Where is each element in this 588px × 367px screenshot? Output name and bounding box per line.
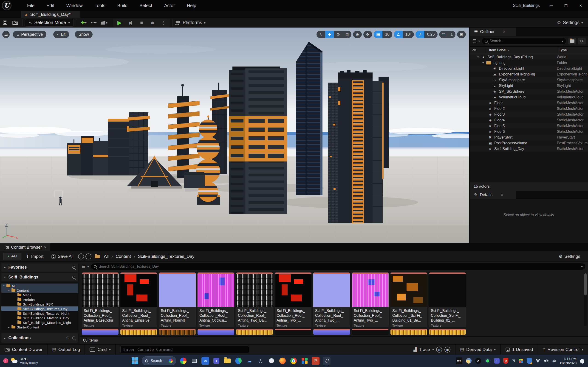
close-icon[interactable]: × bbox=[503, 29, 505, 34]
tree-item-startercontent[interactable]: ▸StarterContent bbox=[1, 325, 78, 329]
sync-devices-icon[interactable]: ⇄ bbox=[552, 358, 556, 363]
tree-item-maps[interactable]: Maps bbox=[1, 293, 78, 297]
tree-item-content[interactable]: ▾Content bbox=[1, 288, 78, 293]
asset-tile[interactable]: Sci-Fi_Buildings_ Collection_Roof_ Antin… bbox=[159, 273, 196, 327]
favorites-section[interactable]: ▸ Favorites bbox=[1, 263, 78, 272]
scrollbar-thumb[interactable] bbox=[584, 273, 587, 295]
asset-tile[interactable]: Sci-Fi_Buildings_ Collection_Roof_ Antin… bbox=[313, 273, 350, 327]
console-command-input[interactable] bbox=[120, 346, 249, 353]
asset-tile-partial[interactable] bbox=[120, 329, 157, 335]
asset-tile-partial[interactable] bbox=[352, 329, 389, 335]
asset-search[interactable]: ▾ bbox=[91, 263, 586, 270]
office-icon[interactable] bbox=[301, 357, 309, 365]
tree-item-materials-day[interactable]: Scifi_Buildings_Materials_Day bbox=[1, 316, 78, 320]
asset-search-input[interactable] bbox=[99, 265, 579, 269]
white-app-icon[interactable] bbox=[268, 357, 275, 365]
tree-item-textures-day[interactable]: Scifi-Buildings_Textures_Day bbox=[1, 307, 78, 311]
taskbar-search[interactable]: Search bbox=[142, 357, 176, 365]
filter-icon[interactable]: ☰ bbox=[82, 264, 86, 269]
green-orb-icon[interactable] bbox=[485, 358, 490, 364]
level-tab[interactable]: ▲ Scifi_Buildings_Day* bbox=[21, 11, 80, 18]
notes-icon[interactable] bbox=[519, 359, 523, 363]
asset-tile[interactable]: Sci-Fi_Buildings_ Collection_Roof_ Antin… bbox=[275, 273, 311, 327]
hidden-icons-chevron[interactable]: ◥ bbox=[512, 358, 515, 363]
maps-icon[interactable]: ◎ bbox=[257, 357, 264, 365]
scale-snap-toggle[interactable]: ↗ bbox=[415, 31, 424, 38]
revision-control-dropdown[interactable]: ᛘ Revision Control ▾ bbox=[538, 344, 588, 355]
close-icon[interactable]: × bbox=[44, 245, 47, 250]
volume-icon[interactable] bbox=[544, 359, 549, 363]
outliner-search-input[interactable] bbox=[489, 39, 560, 43]
add-collection-icon[interactable]: ⊕ bbox=[66, 335, 69, 340]
visibility-icon[interactable] bbox=[473, 49, 476, 51]
asset-tile[interactable]: Sci-Fi_Buildings_ Collection_Roof_ Antin… bbox=[236, 273, 273, 327]
firefox-icon[interactable] bbox=[279, 357, 286, 365]
weather-widget[interactable]: 1 31°C Mostly cloudy bbox=[0, 357, 69, 365]
camera-speed-value[interactable]: 1 bbox=[448, 31, 456, 38]
menu-help[interactable]: Help bbox=[182, 2, 201, 10]
column-item-label[interactable]: Item Label ▴ bbox=[486, 47, 557, 54]
tree-item-textures-night[interactable]: Scifi-Buildings_Textures_Night bbox=[1, 311, 78, 316]
menu-select[interactable]: Select bbox=[134, 2, 157, 10]
copilot-icon[interactable] bbox=[179, 357, 187, 365]
back-button[interactable]: ← bbox=[78, 253, 84, 259]
filter-icon[interactable]: ☰ bbox=[473, 39, 476, 44]
task-view-icon[interactable] bbox=[190, 357, 198, 365]
teams-icon[interactable]: T bbox=[212, 357, 220, 365]
save-all-button[interactable]: Save All bbox=[48, 253, 77, 260]
menu-tools[interactable]: Tools bbox=[90, 2, 111, 10]
security-shield-icon[interactable] bbox=[527, 358, 532, 364]
tree-item-all[interactable]: ▾All bbox=[1, 284, 78, 288]
add-button[interactable]: + Add bbox=[3, 253, 21, 260]
select-tool-button[interactable]: ↖ bbox=[317, 31, 325, 38]
outliner-row[interactable]: ◈FloorStaticMeshActor bbox=[470, 100, 588, 106]
menu-actor[interactable]: Actor bbox=[159, 2, 180, 10]
chevron-down-icon[interactable]: ▾ bbox=[581, 265, 583, 268]
tab-content-browser[interactable]: Content Browser × bbox=[0, 243, 50, 251]
scale-snap-value[interactable]: 0.25 bbox=[424, 31, 437, 38]
stop-button[interactable]: ■ bbox=[137, 19, 147, 27]
breadcrumb-content[interactable]: Content bbox=[114, 254, 132, 259]
viewport-lit-dropdown[interactable]: ◐ Lit bbox=[53, 31, 69, 38]
rotate-tool-button[interactable]: ⟳ bbox=[334, 31, 343, 38]
grid-snap-toggle[interactable]: ▦ bbox=[374, 31, 382, 38]
viewport-perspective-dropdown[interactable]: ⬙ Perspective bbox=[13, 31, 46, 38]
outliner-row[interactable]: ☼SkyAtmosphereSkyAtmosphere bbox=[470, 77, 588, 83]
viewport-options-menu[interactable]: ☰ bbox=[2, 31, 10, 38]
onedrive-icon[interactable]: ☁ bbox=[246, 357, 253, 365]
outliner-row[interactable]: ◈Floor3StaticMeshActor bbox=[470, 111, 588, 117]
output-log-button[interactable]: ▤ Output Log bbox=[48, 344, 85, 355]
outliner-row[interactable]: ☁ExponentialHeightFogExponentialHeightFo… bbox=[470, 71, 588, 77]
forward-button[interactable]: → bbox=[86, 253, 91, 259]
asset-tile-partial[interactable] bbox=[429, 329, 466, 335]
outliner-row[interactable]: ◈Floor2StaticMeshActor bbox=[470, 106, 588, 111]
start-button[interactable] bbox=[132, 357, 138, 364]
toolbar-settings-dropdown[interactable]: ⚙ Settings ▾ bbox=[557, 20, 588, 25]
outliner-row[interactable]: ◈Floor6StaticMeshActor bbox=[470, 129, 588, 134]
surface-snap-toggle[interactable]: ❖ bbox=[363, 31, 372, 38]
play-options-button[interactable]: ⋮ bbox=[158, 19, 169, 27]
blueprints-dropdown[interactable]: ⊶▾ bbox=[89, 19, 99, 27]
mcafee-icon[interactable]: M bbox=[503, 358, 508, 364]
cmd-dropdown[interactable]: >_ Cmd ▾ bbox=[85, 344, 116, 355]
minimize-button[interactable]: ─ bbox=[544, 0, 559, 11]
menu-edit[interactable]: Edit bbox=[41, 2, 59, 10]
scrollbar[interactable] bbox=[584, 273, 587, 326]
breadcrumb-all[interactable]: All bbox=[103, 254, 110, 259]
menu-file[interactable]: File bbox=[22, 2, 40, 10]
outliner-row[interactable]: ◈Floor5StaticMeshActor bbox=[470, 123, 588, 129]
teams-tray-icon[interactable]: T bbox=[494, 358, 500, 364]
powerpoint-icon[interactable]: P bbox=[312, 357, 320, 365]
outliner-row[interactable]: ▾▲Scifi_Buildings_Day (Editor)World bbox=[470, 54, 588, 60]
close-icon[interactable]: × bbox=[501, 192, 503, 197]
add-actor-dropdown[interactable]: ✚▾ bbox=[78, 19, 89, 27]
epic-games-icon[interactable]: EPIC bbox=[456, 357, 462, 364]
asset-tile[interactable]: Sci-Fi_Buildings_ Collection_Roof_ Antin… bbox=[120, 273, 157, 327]
asset-tile[interactable]: Sci-Fi_Buildings_ Collection_Roof_ Antin… bbox=[198, 273, 234, 327]
play-button[interactable]: ▶ bbox=[114, 19, 124, 27]
tree-item-prefabs[interactable]: Prefabs bbox=[1, 297, 78, 302]
wifi-icon[interactable] bbox=[536, 359, 540, 363]
unreal-logo-icon[interactable]: U bbox=[2, 1, 11, 10]
save-button[interactable] bbox=[0, 19, 10, 27]
outliner-row[interactable]: ◈Floor4StaticMeshActor bbox=[470, 117, 588, 123]
